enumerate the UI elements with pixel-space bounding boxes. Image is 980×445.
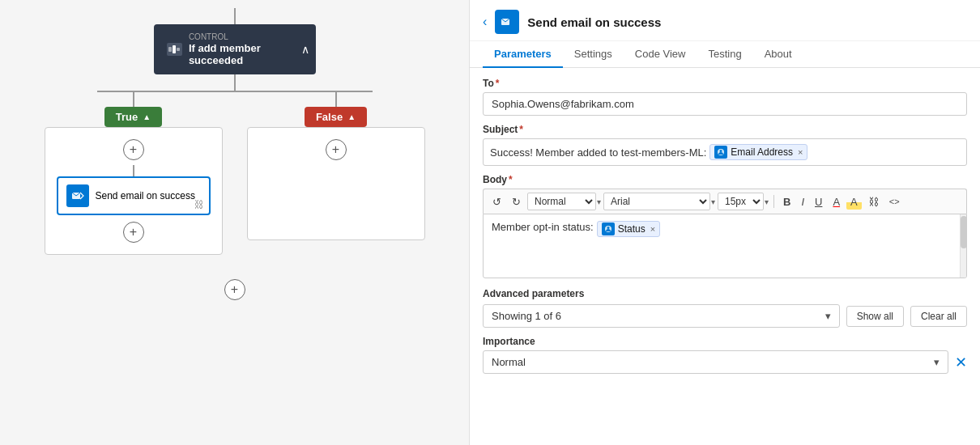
svg-point-10 — [607, 227, 609, 229]
format-select[interactable]: Normal Heading 1 Heading 2 — [527, 193, 596, 210]
importance-chevron: ▾ — [934, 356, 940, 368]
link-icon: ⛓ — [194, 199, 204, 210]
svg-point-8 — [720, 150, 722, 152]
adv-dropdown-chevron: ▾ — [825, 310, 831, 322]
link-btn[interactable]: ⛓ — [864, 194, 883, 210]
true-vert-connector — [133, 91, 134, 107]
body-editor[interactable]: Member opt-in status: Status × — [483, 214, 967, 278]
font-chevron: ▾ — [711, 197, 715, 206]
underline-btn[interactable]: U — [811, 194, 826, 210]
color-btn[interactable]: A — [829, 194, 844, 210]
body-toolbar: ↺ ↻ Normal Heading 1 Heading 2 ▾ Arial T… — [483, 189, 967, 214]
to-required-marker: * — [496, 78, 500, 89]
true-chevron-icon: ▲ — [143, 112, 151, 121]
size-select[interactable]: 15px 10px 12px 14px 18px — [718, 193, 764, 210]
bottom-add-wrapper: + — [224, 271, 245, 305]
bottom-add-btn[interactable]: + — [224, 279, 245, 300]
tab-testing[interactable]: Testing — [697, 41, 752, 68]
right-panel-header: ‹ Send email on success — [470, 0, 980, 41]
true-branch-label[interactable]: True ▲ — [104, 107, 162, 127]
branch-h-line — [97, 91, 373, 92]
condition-icon — [167, 43, 182, 56]
header-outlook-icon — [495, 10, 519, 34]
body-token-close[interactable]: × — [650, 224, 655, 234]
true-branch-box: + Send — [45, 127, 223, 255]
tabs-row: Parameters Settings Code View Testing Ab… — [470, 41, 980, 68]
subject-field[interactable]: Success! Member added to test-members-ML… — [483, 138, 967, 166]
condition-collapse-btn[interactable]: ∧ — [301, 43, 309, 56]
importance-dropdown[interactable]: Normal ▾ — [483, 350, 948, 374]
flow-canvas: CONTROL If add member succeeded ∧ True ▲ — [0, 0, 470, 445]
svg-rect-1 — [173, 45, 176, 53]
italic-btn[interactable]: I — [797, 194, 808, 210]
svg-rect-0 — [168, 47, 172, 52]
size-chevron: ▾ — [765, 197, 769, 206]
redo-btn[interactable]: ↻ — [508, 194, 525, 210]
false-branch: False ▲ + — [243, 91, 429, 255]
tab-codeview[interactable]: Code View — [624, 41, 697, 68]
undo-btn[interactable]: ↺ — [488, 194, 505, 210]
subject-email-token[interactable]: Email Address × — [709, 144, 807, 160]
tab-parameters[interactable]: Parameters — [483, 41, 563, 68]
body-prefix: Member opt-in status: — [492, 221, 594, 233]
importance-clear-btn[interactable]: ✕ — [955, 355, 967, 370]
to-field-label: To * — [483, 78, 967, 89]
false-branch-label[interactable]: False ▲ — [305, 107, 367, 127]
tab-settings[interactable]: Settings — [563, 41, 624, 68]
top-connector — [234, 8, 236, 24]
editor-scrollbar[interactable] — [960, 214, 966, 278]
body-field-label: Body * — [483, 174, 967, 185]
show-all-btn[interactable]: Show all — [846, 306, 904, 327]
below-action-add-btn[interactable]: + — [123, 222, 144, 243]
body-token-icon — [602, 222, 615, 235]
svg-rect-2 — [177, 48, 180, 51]
subject-prefix: Success! Member added to test-members-ML… — [490, 146, 706, 159]
subject-token-close[interactable]: × — [798, 147, 803, 157]
false-branch-add-btn[interactable]: + — [326, 139, 347, 160]
false-chevron-icon: ▲ — [347, 112, 356, 121]
condition-block[interactable]: CONTROL If add member succeeded ∧ — [154, 24, 316, 74]
false-vert-connector — [335, 91, 337, 107]
panel-title: Send email on success — [527, 15, 661, 29]
to-input[interactable] — [483, 92, 967, 116]
subject-required-marker: * — [519, 124, 523, 135]
true-branch: True ▲ + — [40, 91, 227, 255]
body-status-token[interactable]: Status × — [597, 221, 660, 237]
false-branch-box: + — [247, 127, 425, 240]
condition-label: If add member succeeded — [189, 42, 303, 66]
adv-params-label: Advanced parameters — [483, 288, 967, 299]
clear-all-btn[interactable]: Clear all — [910, 306, 967, 327]
importance-label: Importance — [483, 336, 967, 347]
branches-wrapper: True ▲ + — [8, 91, 461, 255]
importance-row: Normal ▾ ✕ — [483, 350, 967, 374]
branches-row: True ▲ + — [8, 91, 461, 255]
editor-scrollbar-thumb[interactable] — [961, 216, 967, 248]
bold-btn[interactable]: B — [779, 194, 795, 210]
code-btn[interactable]: <> — [885, 195, 904, 208]
add-to-action-connector — [133, 165, 134, 176]
tab-about[interactable]: About — [753, 41, 803, 68]
adv-params-dropdown[interactable]: Showing 1 of 6 ▾ — [483, 304, 840, 328]
body-required-marker: * — [509, 174, 513, 185]
toolbar-divider-1 — [773, 195, 774, 208]
font-select[interactable]: Arial Times New Roman — [603, 193, 710, 210]
outlook-action-icon — [66, 184, 89, 207]
right-panel: ‹ Send email on success Parameters Setti… — [470, 0, 980, 445]
back-button[interactable]: ‹ — [483, 15, 487, 29]
condition-to-branch-connector — [234, 74, 236, 91]
send-email-action[interactable]: Send email on success ⛓ — [57, 176, 211, 215]
form-area: To * Subject * Success! Member added to … — [470, 68, 980, 445]
highlight-btn[interactable]: A — [846, 194, 862, 210]
format-chevron: ▾ — [597, 197, 601, 206]
send-email-label: Send email on success — [96, 190, 195, 201]
adv-params-row: Showing 1 of 6 ▾ Show all Clear all — [483, 304, 967, 328]
true-branch-add-btn[interactable]: + — [123, 139, 144, 160]
subject-field-label: Subject * — [483, 124, 967, 135]
token-icon — [714, 146, 727, 159]
